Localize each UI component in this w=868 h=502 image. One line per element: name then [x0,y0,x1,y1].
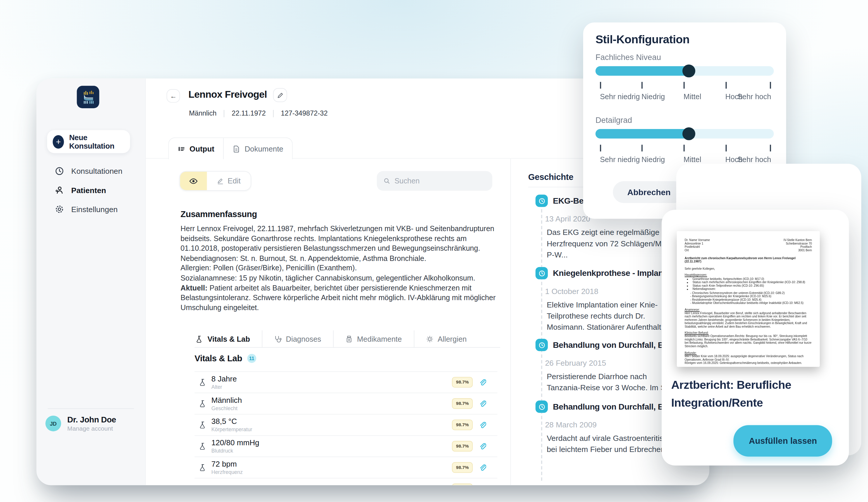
document-text: Röntgen vom 16.09.2025: Gelenkspaltversc… [685,361,812,365]
vitals-row[interactable]: 120/80 mmHgBlutdruck 98.7% [195,436,497,457]
search-input[interactable] [394,177,485,185]
fachliches-niveau-slider[interactable] [596,66,774,76]
slider-label: Detailgrad [596,115,774,125]
tick-mark [683,82,685,89]
document-section-title: Klinischer Befund: [685,331,812,334]
confidence-badge: 98.7% [452,398,473,409]
gear-icon [55,205,64,214]
tick-mark [600,145,601,152]
vitals-row[interactable]: 98.7% [195,478,497,485]
patient-name: Lennox Freivogel [188,89,267,100]
vital-label: Alter [211,384,237,390]
view-tabs: Output Dokumente [168,137,293,160]
document-diagnosis-list: Gonarthrose beidseits, fortgeschritten (… [685,277,812,291]
vitals-list: 8 JahreAlter 98.7% MännlichGeschlecht 98… [195,371,497,485]
stethoscope-icon [274,335,281,342]
history-clock-icon [536,267,548,279]
slider-knob[interactable] [682,64,695,77]
sidebar-item-patienten[interactable]: Patienten [37,181,145,199]
tick-mark [725,145,726,152]
tick-label: Niedrig [641,92,665,101]
slider-knob[interactable] [682,127,695,140]
sidebar-nav: Konsultationen Patienten Einstellun [37,162,145,219]
report-card: Dr. Name Vorname Adresselinie 1 Postleit… [662,210,849,465]
document-section-title: Hauptdiagnosen: [685,273,812,276]
tab-dokumente[interactable]: Dokumente [224,138,292,160]
tick-mark [725,82,726,89]
preview-toggle-button[interactable] [180,172,207,190]
summary-body: Herr Lennox Freivogel, 22.11.1987, mehrf… [180,224,498,313]
tab-dokumente-label: Dokumente [245,144,283,153]
edit-toggle-button[interactable]: Edit [207,172,251,190]
report-document-preview[interactable]: Dr. Name Vorname Adresselinie 1 Postleit… [677,231,820,367]
vital-value: 8 Jahre [211,375,237,383]
attachment-icon[interactable] [478,485,486,485]
attachment-icon[interactable] [478,378,486,386]
attachment-icon[interactable] [478,421,486,429]
style-config-title: Stil-Konfiguration [596,32,774,46]
account-button[interactable]: JD Dr. John Doe Manage account [45,415,116,432]
attachment-icon[interactable] [478,400,486,408]
flask-icon [196,335,203,342]
document-section-title: Befunde: [685,351,812,354]
page-background: + Neue Konsultation Konsultationen [0,0,868,502]
document-subject: Arztbericht zum chronischen Karpaltunnel… [685,257,812,263]
tick-label: Sehr niedrig [600,155,640,164]
flask-icon [199,400,206,407]
tick-mark [641,145,642,152]
meta-divider [224,110,224,117]
summary-aktuell-label: Aktuell: [180,284,207,292]
plus-icon: + [53,135,64,148]
document-addresses: Dr. Name Vorname Adresselinie 1 Postleit… [685,238,812,252]
autofill-button[interactable]: Ausfüllen lassen [734,425,832,457]
attachment-icon[interactable] [478,464,486,472]
output-icon [178,145,185,152]
document-salutation: Sehr geehrte Kollegen, [685,267,812,270]
summary-aktuell-text: Patient arbeitet als Bauarbeiter, berich… [180,284,495,311]
sender-address: Dr. Name Vorname Adresselinie 1 Postleit… [685,238,710,252]
tab-diagnoses[interactable]: Diagnoses [262,330,333,347]
vitals-title: Vitals & Lab [195,354,242,363]
sidebar-item-label: Patienten [71,186,106,195]
tab-output[interactable]: Output [169,138,224,160]
new-consultation-label: Neue Konsultation [69,133,124,150]
back-button[interactable]: ← [166,89,180,103]
vitals-row[interactable]: 72 bpmHerzfrequenz 98.7% [195,457,497,479]
summary-paragraph: Nebendiagnosen: St. n. Burnout, St. n. A… [180,253,498,263]
cancel-button[interactable]: Abbrechen [613,181,685,203]
history-clock-icon [536,400,548,413]
flask-icon [199,464,206,471]
patient-gender: Männlich [189,110,216,117]
document-icon [233,145,240,152]
tab-allergien[interactable]: Allergien [414,330,478,347]
vitals-row[interactable]: 38,5 °CKörpertemperatur 98.7% [195,414,497,436]
sidebar-item-konsultationen[interactable]: Konsultationen [37,162,145,181]
tab-vitals-lab[interactable]: Vitals & Lab [195,330,262,347]
document-section-title: Anamnese: [685,308,812,311]
tick-mark [770,145,771,152]
vital-value: Männlich [211,396,242,405]
tick-label: Sehr hoch [737,92,771,101]
tick-label: Niedrig [641,155,665,164]
vital-label: Blutdruck [211,448,259,454]
vital-label: Herzfrequenz [211,469,243,475]
sidebar-item-einstellungen[interactable]: Einstellungen [37,200,145,219]
view-edit-toggle: Edit [179,171,251,191]
patient-dob: 22.11.1972 [231,110,266,117]
tab-medikamente[interactable]: Medikamente [333,330,414,347]
user-name: Dr. John Doe [67,415,116,424]
tick-label: Sehr hoch [737,155,771,164]
vitals-section-header: Vitals & Lab 11 [195,354,256,363]
new-consultation-button[interactable]: + Neue Konsultation [47,130,130,153]
app-logo [77,86,100,108]
eye-icon [189,176,198,185]
sidebar-divider [48,408,134,409]
detailgrad-slider[interactable] [596,129,774,139]
attachment-icon[interactable] [478,442,486,450]
tick-label: Mittel [683,92,701,101]
summary-paragraph: Herr Lennox Freivogel, 22.11.1987, mehrf… [180,224,498,253]
vital-label: Geschlecht [211,405,242,411]
edit-patient-button[interactable] [273,88,287,102]
vitals-row[interactable]: 8 JahreAlter 98.7% [195,372,497,393]
vitals-row[interactable]: MännlichGeschlecht 98.7% [195,393,497,414]
